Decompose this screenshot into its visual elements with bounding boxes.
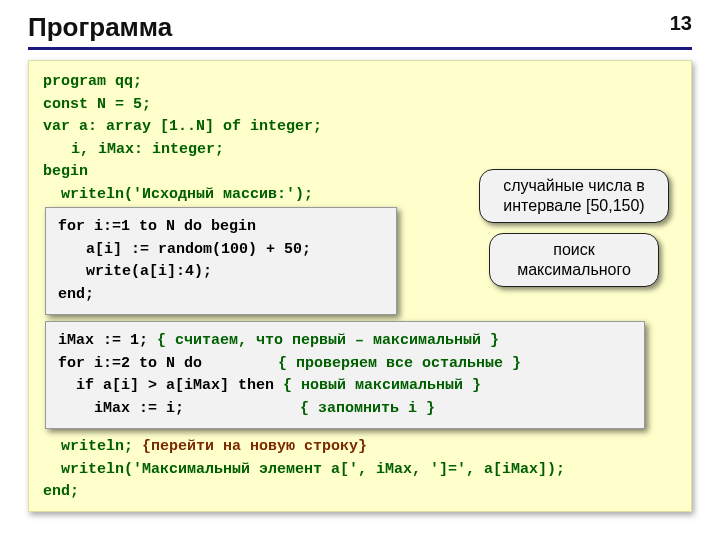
slide: Программа 13 program qq; const N = 5; va… (0, 0, 720, 540)
callout-random: случайные числа в интервале [50,150) (479, 169, 669, 223)
code-line: if a[i] > a[iMax] then { новый максималь… (58, 375, 632, 398)
callout-max: поиск максимального (489, 233, 659, 287)
code-line: const N = 5; (43, 94, 677, 117)
code-line: end; (43, 481, 677, 504)
code-line: a[i] := random(100) + 50; (58, 239, 384, 262)
code-line: iMax := i; { запомнить i } (58, 398, 632, 421)
code-line: var a: array [1..N] of integer; (43, 116, 677, 139)
page-title: Программа (28, 12, 172, 43)
code-line: end; (58, 284, 384, 307)
code-line: writeln('Максимальный элемент a[', iMax,… (43, 459, 677, 482)
code-line: for i:=2 to N do { проверяем все остальн… (58, 353, 632, 376)
code-line: for i:=1 to N do begin (58, 216, 384, 239)
snippet-random: for i:=1 to N do begin a[i] := random(10… (45, 207, 397, 315)
code-line: write(a[i]:4); (58, 261, 384, 284)
code-line: writeln; {перейти на новую строку} (43, 436, 677, 459)
code-line: program qq; (43, 71, 677, 94)
code-line: iMax := 1; { считаем, что первый – макси… (58, 330, 632, 353)
code-block: program qq; const N = 5; var a: array [1… (28, 60, 692, 512)
page-number: 13 (670, 12, 692, 35)
snippet-max: iMax := 1; { считаем, что первый – макси… (45, 321, 645, 429)
code-line: i, iMax: integer; (43, 139, 677, 162)
slide-header: Программа 13 (28, 12, 692, 50)
